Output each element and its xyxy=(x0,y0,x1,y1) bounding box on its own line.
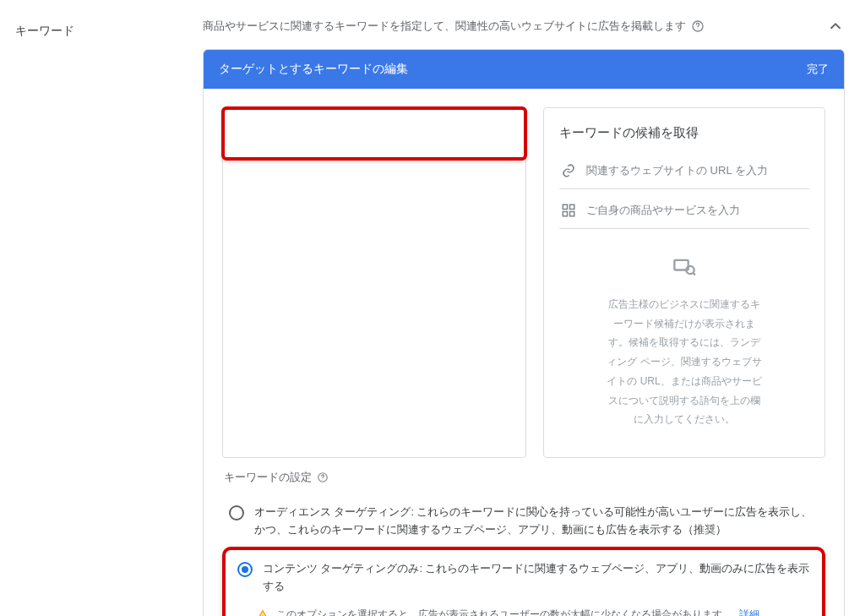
radio-content-targeting[interactable]: コンテンツ ターゲティングのみ: これらのキーワードに関連するウェブページ、アプ… xyxy=(231,553,817,603)
link-icon xyxy=(561,163,576,178)
grid-icon xyxy=(561,203,576,218)
section-description: 商品やサービスに関連するキーワードを指定して、関連性の高いウェブサイトに広告を掲… xyxy=(203,19,686,34)
content-targeting-warning: このオプションを選択すると、広告が表示されるユーザーの数が大幅に少なくなる場合が… xyxy=(231,602,817,616)
svg-rect-3 xyxy=(570,204,574,209)
help-icon[interactable] xyxy=(317,472,329,483)
svg-line-8 xyxy=(694,273,695,275)
svg-rect-4 xyxy=(563,212,567,216)
warning-text: このオプションを選択すると、広告が表示されるユーザーの数が大幅に少なくなる場合が… xyxy=(276,608,732,616)
keyword-suggestions-panel: キーワードの候補を取得 関連するウェブサイトの URL を入力 ご自身の商品や xyxy=(543,107,825,458)
radio-icon xyxy=(229,505,244,521)
card-title: ターゲットとするキーワードの編集 xyxy=(219,62,807,77)
svg-point-1 xyxy=(697,29,698,30)
highlight-keyword-input xyxy=(221,106,527,161)
keyword-editor-card: ターゲットとするキーワードの編集 完了 キーワードの候補を取得 関連するウ xyxy=(203,49,845,616)
suggestion-product-placeholder: ご自身の商品やサービスを入力 xyxy=(586,203,740,218)
highlight-content-targeting: コンテンツ ターゲティングのみ: これらのキーワードに関連するウェブページ、アプ… xyxy=(222,547,825,617)
keyword-settings-label: キーワードの設定 xyxy=(224,470,312,485)
radio-audience-targeting[interactable]: オーディエンス ターゲティング: これらのキーワードに関心を持っている可能性が高… xyxy=(222,497,825,547)
suggestions-title: キーワードの候補を取得 xyxy=(559,125,809,141)
done-button[interactable]: 完了 xyxy=(807,62,829,77)
card-header: ターゲットとするキーワードの編集 完了 xyxy=(204,50,844,89)
radio-icon-selected xyxy=(237,562,253,577)
section-header[interactable]: 商品やサービスに関連するキーワードを指定して、関連性の高いウェブサイトに広告を掲… xyxy=(203,17,845,35)
suggestion-url-input[interactable]: 関連するウェブサイトの URL を入力 xyxy=(559,156,809,189)
svg-point-10 xyxy=(323,479,324,480)
suggestion-url-placeholder: 関連するウェブサイトの URL を入力 xyxy=(586,163,768,178)
search-suggestions-icon xyxy=(672,255,696,281)
keyword-settings-label-row: キーワードの設定 xyxy=(222,458,825,492)
chevron-up-icon[interactable] xyxy=(826,17,845,35)
svg-rect-2 xyxy=(563,204,567,209)
radio-content-label: コンテンツ ターゲティングのみ: これらのキーワードに関連するウェブページ、アプ… xyxy=(263,560,810,597)
help-icon[interactable] xyxy=(691,19,705,33)
section-label: キーワード xyxy=(0,17,203,616)
keyword-textarea[interactable] xyxy=(222,107,526,458)
suggestion-product-input[interactable]: ご自身の商品やサービスを入力 xyxy=(559,196,809,229)
radio-audience-label: オーディエンス ターゲティング: これらのキーワードに関心を持っている可能性が高… xyxy=(254,504,819,540)
learn-more-link[interactable]: 詳細 xyxy=(739,608,759,616)
suggestions-empty-message: 広告主様のビジネスに関連するキーワード候補だけが表示されます。候補を取得するには… xyxy=(604,295,765,430)
svg-rect-5 xyxy=(570,212,574,216)
warning-icon xyxy=(256,608,269,617)
suggestions-empty-state: 広告主様のビジネスに関連するキーワード候補だけが表示されます。候補を取得するには… xyxy=(559,236,809,449)
